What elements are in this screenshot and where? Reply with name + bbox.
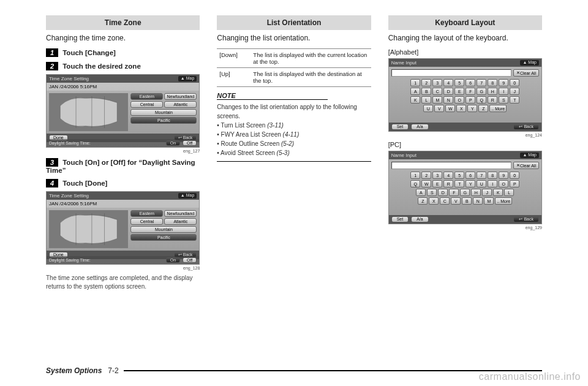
key-D[interactable]: D xyxy=(438,189,448,196)
key-M[interactable]: M xyxy=(432,96,442,104)
key-R[interactable]: R xyxy=(488,96,497,104)
lo-table: [Down] The list is displayed with the cu… xyxy=(217,48,371,87)
map-button[interactable]: ▲ Map xyxy=(520,153,539,158)
name-input[interactable] xyxy=(391,69,511,77)
clear-all-button[interactable]: ✕ Clear All xyxy=(513,69,539,77)
key-J[interactable]: J xyxy=(482,189,492,196)
key-W[interactable]: W xyxy=(445,105,455,112)
key-V[interactable]: V xyxy=(451,197,461,205)
key-B[interactable]: B xyxy=(421,88,431,95)
map-button[interactable]: ▲ Map xyxy=(520,60,539,66)
step-4: 4 Touch [Done] xyxy=(46,179,200,187)
zone-mountain[interactable]: Mountain xyxy=(130,109,197,116)
key-5[interactable]: 5 xyxy=(454,172,464,179)
key-4[interactable]: 4 xyxy=(443,79,453,86)
key-E[interactable]: E xyxy=(454,88,464,95)
key-F[interactable]: F xyxy=(449,189,459,196)
key-1[interactable]: 1 xyxy=(410,172,420,179)
map-button[interactable]: ▲ Map xyxy=(178,193,197,199)
key-9[interactable]: 9 xyxy=(499,79,508,86)
key-W[interactable]: W xyxy=(421,180,431,187)
key-U[interactable]: U xyxy=(477,180,486,187)
dst-on[interactable]: On xyxy=(166,140,180,146)
key-A[interactable]: A xyxy=(410,88,420,95)
key-S[interactable]: S xyxy=(427,189,437,196)
key-S[interactable]: S xyxy=(499,96,508,104)
key-X[interactable]: X xyxy=(456,105,466,112)
key-3[interactable]: 3 xyxy=(432,172,442,179)
set-button[interactable]: Set xyxy=(391,216,409,222)
more-button[interactable]: .. More xyxy=(489,105,507,112)
key-J[interactable]: J xyxy=(510,88,519,95)
zone-atlantic[interactable]: Atlantic xyxy=(164,101,197,108)
key-2[interactable]: 2 xyxy=(421,79,431,86)
key-N[interactable]: N xyxy=(473,197,483,205)
key-O[interactable]: O xyxy=(499,180,508,187)
key-8[interactable]: 8 xyxy=(488,79,497,86)
more-button[interactable]: .. More xyxy=(495,197,512,205)
key-G[interactable]: G xyxy=(477,88,486,95)
back-button[interactable]: ↩ Back xyxy=(513,216,539,222)
key-Y[interactable]: Y xyxy=(467,105,477,112)
key-O[interactable]: O xyxy=(454,96,464,104)
key-3[interactable]: 3 xyxy=(432,79,442,86)
key-6[interactable]: 6 xyxy=(466,79,475,86)
key-9[interactable]: 9 xyxy=(499,172,508,179)
zone-eastern[interactable]: Eastern xyxy=(130,93,163,100)
key-U[interactable]: U xyxy=(423,105,433,112)
key-4[interactable]: 4 xyxy=(443,172,453,179)
dst-off[interactable]: Off xyxy=(183,140,197,146)
key-I[interactable]: I xyxy=(488,180,497,187)
key-C[interactable]: C xyxy=(440,197,450,205)
name-input[interactable] xyxy=(391,162,511,169)
key-0[interactable]: 0 xyxy=(510,79,519,86)
zone-newfoundland[interactable]: Newfoundland xyxy=(164,93,197,100)
key-Q[interactable]: Q xyxy=(477,96,486,104)
key-7[interactable]: 7 xyxy=(477,172,486,179)
key-K[interactable]: K xyxy=(493,189,503,196)
key-X[interactable]: X xyxy=(429,197,439,205)
key-Z[interactable]: Z xyxy=(478,105,488,112)
key-5[interactable]: 5 xyxy=(454,79,464,86)
key-M[interactable]: M xyxy=(484,197,494,205)
key-B[interactable]: B xyxy=(462,197,472,205)
key-T[interactable]: T xyxy=(454,180,464,187)
key-1[interactable]: 1 xyxy=(410,79,420,86)
key-Z[interactable]: Z xyxy=(418,197,428,205)
key-K[interactable]: K xyxy=(410,96,420,104)
key-I[interactable]: I xyxy=(499,88,508,95)
key-A[interactable]: A xyxy=(416,189,426,196)
key-F[interactable]: F xyxy=(466,88,475,95)
shift-button[interactable]: A/a xyxy=(411,124,429,130)
set-button[interactable]: Set xyxy=(391,124,409,130)
key-H[interactable]: H xyxy=(471,189,481,196)
key-P[interactable]: P xyxy=(466,96,475,104)
key-T[interactable]: T xyxy=(510,96,519,104)
key-V[interactable]: V xyxy=(434,105,444,112)
key-Q[interactable]: Q xyxy=(410,180,420,187)
key-P[interactable]: P xyxy=(510,180,519,187)
key-2[interactable]: 2 xyxy=(421,172,431,179)
key-8[interactable]: 8 xyxy=(488,172,497,179)
shift-button[interactable]: A/a xyxy=(411,216,429,222)
key-D[interactable]: D xyxy=(443,88,453,95)
map-button[interactable]: ▲ Map xyxy=(178,76,197,81)
key-H[interactable]: H xyxy=(488,88,497,95)
key-0[interactable]: 0 xyxy=(510,172,519,179)
key-6[interactable]: 6 xyxy=(466,172,475,179)
key-7[interactable]: 7 xyxy=(477,79,486,86)
key-C[interactable]: C xyxy=(432,88,442,95)
back-button[interactable]: ↩ Back xyxy=(513,124,539,130)
key-E[interactable]: E xyxy=(432,180,442,187)
zone-central[interactable]: Central xyxy=(130,101,163,108)
clear-all-button[interactable]: ✕ Clear All xyxy=(513,162,539,169)
kb-screenshot-alpha: Name Input ▲ Map ✕ Clear All 1234567890A… xyxy=(388,58,542,132)
key-L[interactable]: L xyxy=(504,189,514,196)
key-R[interactable]: R xyxy=(443,180,453,187)
key-G[interactable]: G xyxy=(460,189,470,196)
key-Y[interactable]: Y xyxy=(466,180,475,187)
zone-pacific[interactable]: Pacific xyxy=(130,117,197,124)
key-L[interactable]: L xyxy=(421,96,431,104)
key-N[interactable]: N xyxy=(443,96,453,104)
step-4-text: Touch [Done] xyxy=(62,180,107,187)
